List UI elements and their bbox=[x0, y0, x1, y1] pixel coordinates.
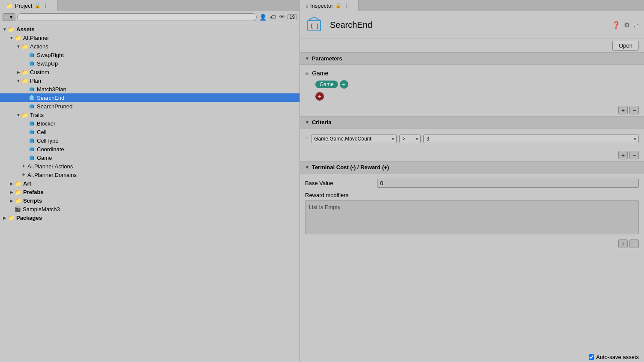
terminal-cost-section-header[interactable]: ▼ Terminal Cost (-) / Reward (+) bbox=[300, 162, 644, 174]
open-button[interactable]: Open bbox=[612, 41, 639, 51]
criteria-title: Criteria bbox=[312, 119, 332, 126]
criteria-sub-btn[interactable]: − bbox=[629, 151, 639, 159]
tree-label-searchpruned: SearchPruned bbox=[37, 103, 72, 110]
tree-item-art[interactable]: ▶ 📁 Art bbox=[0, 179, 300, 188]
criteria-add-btn[interactable]: + bbox=[618, 151, 628, 159]
tree-item-ai-actions-asm[interactable]: ✦ AI.Planner.Actions bbox=[0, 162, 300, 171]
tag-game: Game bbox=[315, 81, 338, 88]
tree-label-blocker: Blocker bbox=[37, 120, 55, 127]
criteria-section-header[interactable]: ▼ Criteria bbox=[300, 117, 644, 129]
tag-icon-btn[interactable]: 🏷 bbox=[269, 14, 277, 21]
cube-icon-searchpruned bbox=[28, 103, 35, 110]
layout-icon[interactable]: ⇌ bbox=[633, 21, 639, 29]
tree-item-traits[interactable]: ▼ 📁 Traits bbox=[0, 111, 300, 119]
person-icon-btn[interactable]: 👤 bbox=[258, 14, 267, 21]
tree-item-actions[interactable]: ▼ 📁 Actions bbox=[0, 42, 300, 51]
tree-label-scripts: Scripts bbox=[23, 197, 42, 204]
tree-item-ai-domains-asm[interactable]: ✦ AI.Planner.Domains bbox=[0, 171, 300, 179]
settings-icon[interactable]: ⚙ bbox=[624, 21, 630, 29]
parameters-triangle: ▼ bbox=[305, 56, 309, 61]
tree-item-blocker[interactable]: Blocker bbox=[0, 119, 300, 128]
tree-label-celltype: CellType bbox=[37, 138, 59, 144]
cube-icon-game bbox=[28, 154, 35, 161]
inspector-object-icon: { } bbox=[305, 15, 326, 35]
expand-arrow-prefabs: ▶ bbox=[9, 190, 15, 194]
drag-handle-criteria[interactable]: ≡ bbox=[305, 135, 309, 142]
tree-item-swapup[interactable]: SwapUp bbox=[0, 59, 300, 68]
svg-marker-7 bbox=[30, 87, 34, 88]
param-name-game: Game bbox=[312, 70, 328, 77]
tree-item-swapright[interactable]: SwapRight bbox=[0, 51, 300, 59]
autosave-text: Auto-save assets bbox=[596, 354, 639, 360]
add-button[interactable]: + ▾ bbox=[3, 13, 15, 21]
parameters-title: Parameters bbox=[312, 55, 342, 62]
search-input[interactable] bbox=[17, 13, 256, 21]
inspector-tab[interactable]: ℹ Inspector 🔒 ⋮ bbox=[300, 0, 359, 11]
folder-icon-art: 📁 bbox=[15, 180, 21, 187]
folder-icon-traits: 📁 bbox=[21, 112, 28, 118]
help-icon[interactable]: ❓ bbox=[612, 21, 620, 29]
tree-item-prefabs[interactable]: ▶ 📁 Prefabs bbox=[0, 188, 300, 196]
folder-icon-packages: 📁 bbox=[8, 215, 15, 221]
tree-label-prefabs: Prefabs bbox=[23, 189, 44, 195]
tree-item-packages[interactable]: ▶ 📁 Packages bbox=[0, 213, 300, 222]
tree-label-swapup: SwapUp bbox=[37, 60, 58, 67]
tree-label-cell: Cell bbox=[37, 129, 46, 135]
criteria-operator-select[interactable]: > < = bbox=[399, 135, 421, 143]
svg-marker-13 bbox=[30, 104, 34, 105]
expand-arrow-assets: ▼ bbox=[2, 27, 8, 32]
tree-item-searchend[interactable]: SearchEnd bbox=[0, 93, 300, 102]
reward-list-area: List is Empty bbox=[305, 200, 639, 234]
autosave-checkbox[interactable] bbox=[589, 354, 594, 360]
tree-item-game-trait[interactable]: Game bbox=[0, 153, 300, 162]
tree-item-assets[interactable]: ▼ 📁 Assets bbox=[0, 25, 300, 33]
tree-item-celltype[interactable]: CellType bbox=[0, 136, 300, 145]
project-tab[interactable]: 📁 Project 🔒 ⋮ bbox=[0, 0, 58, 11]
more-icon-inspector[interactable]: ⋮ bbox=[344, 3, 349, 9]
inspector-tab-label: Inspector bbox=[310, 3, 333, 9]
terminal-cost-triangle: ▼ bbox=[305, 165, 309, 170]
lock-icon-inspector[interactable]: 🔒 bbox=[335, 3, 341, 9]
tree-item-cell[interactable]: Cell bbox=[0, 128, 300, 136]
tree-item-searchpruned[interactable]: SearchPruned bbox=[0, 102, 300, 111]
parameters-section-header[interactable]: ▼ Parameters bbox=[300, 53, 644, 65]
criteria-field-wrapper[interactable]: Game.Game.MoveCount ▼ bbox=[311, 135, 397, 143]
tree-item-plan[interactable]: ▼ 📁 Plan bbox=[0, 76, 300, 85]
parameters-sub-btn[interactable]: − bbox=[629, 106, 639, 114]
svg-marker-16 bbox=[30, 121, 34, 122]
criteria-value-wrapper[interactable]: 3 ▼ bbox=[423, 135, 639, 143]
reward-modifiers-label: Reward modifiers bbox=[305, 192, 348, 198]
add-tag-button[interactable]: + bbox=[340, 80, 348, 89]
lock-icon[interactable]: 🔒 bbox=[34, 3, 41, 9]
criteria-value-select[interactable]: 3 bbox=[423, 135, 639, 143]
tree-item-custom[interactable]: ▶ 📁 Custom bbox=[0, 68, 300, 76]
tree-label-samplematch3: SampleMatch3 bbox=[23, 206, 60, 212]
terminal-cost-add-btn[interactable]: + bbox=[618, 239, 628, 248]
tree-item-samplematch3[interactable]: 🎬 SampleMatch3 bbox=[0, 205, 300, 213]
criteria-row: ≡ Game.Game.MoveCount ▼ > < = bbox=[305, 132, 639, 146]
tree-item-ai-planner[interactable]: ▼ 📁 AI.Planner bbox=[0, 33, 300, 42]
tree-item-coordinate[interactable]: Coordinate bbox=[0, 145, 300, 153]
terminal-cost-sub-btn[interactable]: − bbox=[629, 239, 639, 248]
svg-text:{: { bbox=[311, 23, 313, 29]
terminal-cost-section-actions: + − bbox=[300, 238, 644, 250]
tree-item-scripts[interactable]: ▶ 📁 Scripts bbox=[0, 196, 300, 205]
criteria-operator-wrapper[interactable]: > < = ▼ bbox=[399, 135, 421, 143]
more-icon[interactable]: ⋮ bbox=[43, 3, 48, 9]
scene-icon-samplematch3: 🎬 bbox=[15, 206, 21, 212]
parameters-add-btn[interactable]: + bbox=[618, 106, 628, 114]
drag-handle-param[interactable]: ≡ bbox=[305, 70, 309, 77]
add-param-button[interactable]: + bbox=[315, 92, 324, 101]
autosave-label[interactable]: Auto-save assets bbox=[589, 354, 639, 360]
base-value-input[interactable] bbox=[377, 179, 639, 188]
terminal-cost-title: Terminal Cost (-) / Reward (+) bbox=[312, 164, 389, 171]
cube-icon-blocker bbox=[28, 120, 35, 127]
inspector-object-name: SearchEnd bbox=[330, 20, 372, 30]
tree-item-match3plan[interactable]: Match3Plan bbox=[0, 85, 300, 93]
criteria-field-select[interactable]: Game.Game.MoveCount bbox=[311, 135, 397, 143]
project-panel: + ▾ 👤 🏷 👁 19 ▼ 📁 Assets ▼ 📁 AI.Planner bbox=[0, 11, 300, 362]
terminal-cost-section-body: Base Value Reward modifiers List is Empt… bbox=[300, 174, 644, 238]
cube-icon-searchend bbox=[28, 94, 35, 101]
tree-label-art: Art bbox=[23, 180, 31, 187]
folder-icon-ai-planner: 📁 bbox=[15, 35, 21, 41]
